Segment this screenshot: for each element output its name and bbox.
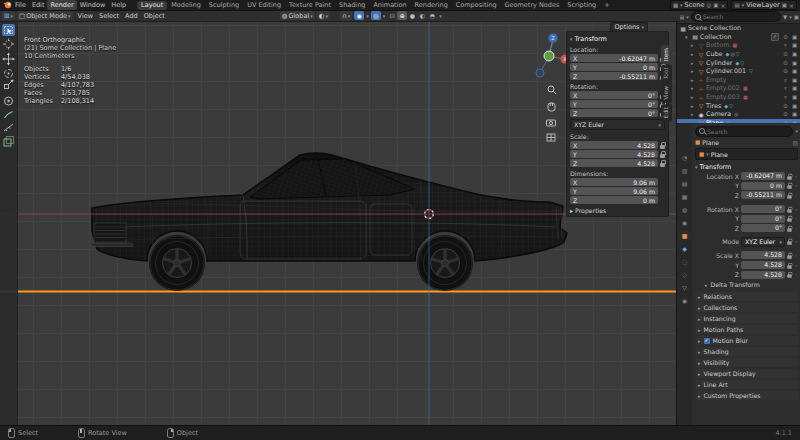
rotate-tool[interactable] — [5, 70, 13, 78]
lock-icon[interactable] — [660, 163, 665, 167]
add-cube-tool[interactable] — [4, 137, 14, 147]
workspace-tab[interactable]: Animation — [369, 1, 410, 10]
rotation-mode-dropdown[interactable]: XYZ Euler ▾ — [570, 119, 665, 130]
lock-icon[interactable] — [787, 218, 792, 222]
mode-selector[interactable]: ▢ Object Mode ▾ — [17, 11, 73, 20]
workspace-tab[interactable]: Modeling — [167, 1, 205, 10]
eye-icon[interactable]: ▿ — [781, 85, 790, 91]
collection-row[interactable]: ▾ ▤ Collection ✓ ⊙ ▣ — [677, 33, 800, 42]
scale-field[interactable]: Y 4.528 — [570, 150, 658, 158]
camera-restrict-icon[interactable]: ▣ — [790, 51, 799, 57]
camera-restrict-icon[interactable]: ▣ — [790, 60, 799, 66]
eye-icon[interactable]: ⊙ — [781, 103, 790, 109]
camera-restrict-icon[interactable]: ▣ — [790, 42, 799, 48]
menu-item[interactable]: File — [12, 0, 29, 10]
location-field[interactable]: Y 0 m — [570, 63, 658, 71]
outliner-object-row[interactable]: ▸ ◉ Camera ◎ ⊙ ▣ — [677, 110, 800, 119]
lock-icon[interactable] — [787, 195, 792, 199]
scale-field[interactable]: Z 4.528 — [570, 159, 658, 167]
viewport-3d[interactable]: Front Orthographic (21) Some Collection … — [0, 21, 676, 426]
transform-orientation[interactable]: ◍ Global ▾ — [280, 11, 315, 20]
row-value-field[interactable]: -0.55211 m — [741, 191, 785, 199]
filter-icon[interactable]: ▼ — [783, 14, 787, 20]
transform-panel-header[interactable]: ▾ Transform — [695, 162, 798, 172]
workspace-tab[interactable]: Texture Paint — [285, 1, 335, 10]
properties-tab[interactable]: ◉ — [678, 218, 691, 227]
collection-checkbox[interactable]: ✓ — [771, 33, 779, 41]
viewport-menu-item[interactable]: View — [75, 12, 96, 20]
lock-icon[interactable] — [787, 228, 792, 232]
close-icon[interactable]: × — [720, 2, 725, 9]
workspace-tab[interactable]: Layout — [137, 1, 167, 10]
scene-selector[interactable]: ▦ ▾ Scene ◎ ▣ × — [670, 0, 729, 10]
n-panel-tab[interactable]: Tool — [661, 65, 672, 82]
location-field[interactable]: X -0.62047 m — [570, 54, 658, 62]
properties-tab[interactable]: ◇ — [678, 270, 691, 279]
panel-header[interactable]: ▸ ✓ Line Art — [695, 380, 798, 390]
menu-item[interactable]: Window — [77, 0, 109, 10]
axis-gizmo[interactable]: Z X — [536, 33, 570, 77]
pin-icon[interactable]: ◎ — [706, 2, 711, 8]
close-icon[interactable]: × — [789, 2, 794, 9]
workspace-tab[interactable]: Compositing — [452, 1, 501, 10]
snap-button[interactable]: ∩ ▾ — [340, 11, 352, 20]
panel-header[interactable]: ▸ ✓ Instancing — [695, 314, 798, 324]
camera-restrict-icon[interactable]: ▣ — [790, 94, 799, 100]
camera-restrict-icon[interactable]: ▣ — [790, 77, 799, 83]
car-wireframe-object[interactable] — [91, 153, 567, 291]
eye-icon[interactable]: ▿ — [781, 77, 790, 83]
lock-icon[interactable] — [787, 209, 792, 213]
animate-dot-icon[interactable]: · — [794, 215, 798, 222]
panel-header[interactable]: ▸ ✓ Relations — [695, 292, 798, 302]
n-panel-tab[interactable]: Item — [661, 45, 672, 64]
object-name-field[interactable]: ■ ▾ Plane — [695, 148, 798, 160]
measure-tool[interactable] — [4, 124, 13, 131]
rotation-field[interactable]: Z 0° — [570, 109, 658, 117]
properties-tab[interactable]: ◆ — [678, 244, 691, 253]
transform-tool[interactable] — [5, 97, 13, 105]
view-layer-selector[interactable]: ▤ ▾ ViewLayer ▣ × — [731, 0, 797, 10]
transform-panel-header[interactable]: ▾ Transform — [570, 35, 665, 43]
properties-subpanel-header[interactable]: ▸ Properties — [570, 207, 665, 214]
properties-tab[interactable]: ▤ — [678, 179, 691, 188]
new-scene-icon[interactable]: ▣ — [713, 2, 718, 8]
show-overlays-toggle[interactable]: ◎ — [371, 11, 381, 20]
n-panel-tab[interactable]: View — [661, 83, 672, 103]
row-value-field[interactable]: 4.528 — [741, 251, 785, 259]
n-panel-tab[interactable]: Edit — [661, 104, 672, 121]
outliner-object-row[interactable]: ▸ + Empty.003 ▦ ▿ ▣ — [677, 93, 800, 102]
viewport-menu-item[interactable]: Select — [96, 12, 122, 20]
lock-icon[interactable] — [660, 145, 665, 149]
dimension-field[interactable]: Z 0 m — [570, 196, 658, 204]
menu-item[interactable]: Render — [47, 0, 76, 10]
row-value-field[interactable]: XYZ Euler — [741, 237, 785, 247]
xray-toggle[interactable]: ⊡ — [387, 11, 397, 20]
camera-restrict-icon[interactable]: ▣ — [790, 85, 799, 91]
lock-icon[interactable] — [787, 186, 792, 190]
scale-tool[interactable] — [5, 80, 14, 89]
properties-search[interactable] — [695, 126, 793, 137]
outliner-search-input[interactable] — [703, 13, 777, 20]
lock-icon[interactable] — [787, 176, 792, 180]
pivot-point-button[interactable]: ◐ ▾ — [317, 11, 330, 20]
menu-item[interactable]: Help — [108, 0, 129, 10]
move-tool[interactable] — [2, 53, 15, 66]
animate-dot-icon[interactable]: · — [794, 182, 798, 189]
lock-icon[interactable] — [787, 274, 792, 278]
properties-tab[interactable]: ◔ — [678, 153, 691, 162]
camera-restrict-icon[interactable]: ▣ — [790, 68, 799, 74]
row-value-field[interactable]: 0° — [741, 205, 785, 213]
animate-dot-icon[interactable]: · — [794, 252, 798, 259]
lock-icon[interactable] — [660, 154, 665, 158]
panel-header[interactable]: ▸ ✓ Motion Blur — [695, 336, 798, 346]
workspace-tab[interactable]: Scripting — [563, 1, 600, 10]
animate-dot-icon[interactable]: · — [794, 206, 798, 213]
show-gizmo-toggle[interactable]: ◉ — [354, 11, 364, 20]
properties-search-input[interactable] — [707, 128, 789, 135]
camera-restrict-icon[interactable]: ▣ — [790, 111, 799, 117]
outliner-object-row[interactable]: ▸ ▽ Cube ◆◎▽ ⊙ ▣ — [677, 50, 800, 59]
shading-rendered-button[interactable]: ◓ — [427, 11, 437, 20]
dimension-field[interactable]: X 9.06 m — [570, 178, 658, 186]
panel-header[interactable]: ▸ ✓ Custom Properties — [695, 391, 798, 401]
dimension-field[interactable]: Y 9.06 m — [570, 187, 658, 195]
